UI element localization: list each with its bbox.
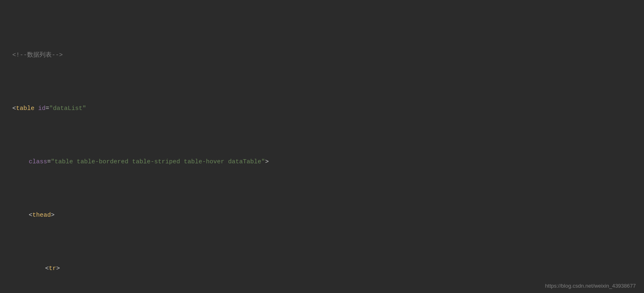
code-editor: <!--数据列表--> <table id="dataList" class="… [0,0,644,293]
code-line-4: <thead> [12,210,632,222]
comment-text: <!--数据列表--> [12,50,63,61]
code-line-2: <table id="dataList" [12,103,632,115]
watermark: https://blog.csdn.net/weixin_43938677 [545,283,636,289]
code-line-5: <tr> [12,263,632,275]
code-line-1: <!--数据列表--> [12,50,632,62]
code-line-3: class="table table-bordered table-stripe… [12,157,632,168]
